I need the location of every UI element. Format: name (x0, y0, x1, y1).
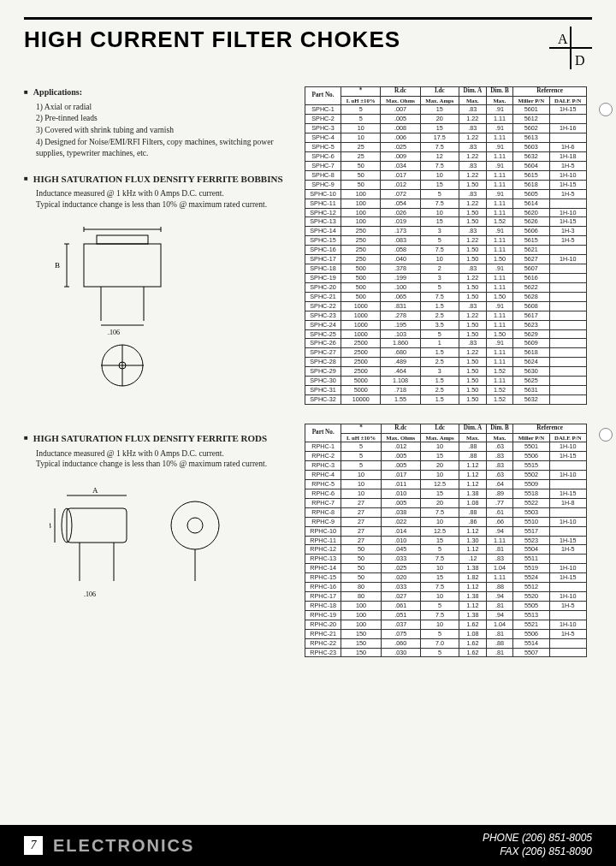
th-l: * (341, 87, 381, 97)
application-item: 1) Axial or radial (36, 102, 298, 113)
content-area: Applications: 1) Axial or radial 2) Pre-… (24, 86, 592, 657)
rods-table: Part No. * R.dc I.dc Dim. A Dim. B Refer… (305, 424, 587, 658)
application-item: 3) Covered with shrink tubing and varnis… (36, 125, 298, 136)
th-rdc: R.dc (381, 87, 420, 97)
table-row: SPHC-21500.0657.51.501.505628 (305, 292, 587, 301)
table-row: SPHC-20500.10051.501.115622 (305, 282, 587, 292)
table-row: RPHC-610.010151.38.8955181H-15 (305, 489, 587, 498)
table-row: SPHC-12100.026101.501.1156201H-10 (305, 208, 587, 217)
table-row: SPHC-850.017101.221.1156151H-10 (305, 170, 587, 180)
table-row: RPHC-22150.0607.01.62.885514 (305, 638, 587, 648)
table-row: RPHC-1250.04551.12.8155041H-5 (305, 545, 587, 555)
section-title: HIGH SATURATION FLUX DENSITY FERRITE BOB… (33, 173, 283, 186)
table-row: SPHC-950.012151.501.1156181H-15 (305, 180, 587, 189)
dim-a-label: A (120, 227, 126, 228)
applications-list: 1) Axial or radial 2) Pre-tinned leads 3… (36, 102, 298, 159)
applications-heading: Applications: (24, 86, 298, 98)
svg-rect-3 (97, 235, 148, 244)
svg-text:B: B (50, 521, 51, 530)
table-row: RPHC-410.017101.12.6355021H-10 (305, 471, 587, 480)
logo-d: D (575, 53, 585, 68)
table-row: SPHC-525.0257.5.83.9156031H-6 (305, 143, 587, 152)
table-row: RPHC-1127.010151.301.1155231H-15 (305, 536, 587, 545)
table-row: SPHC-16250.0587.51.501.115621 (305, 246, 587, 255)
left-column: Applications: 1) Axial or radial 2) Pre-… (24, 86, 298, 657)
svg-rect-17 (67, 508, 127, 543)
table-row: SPHC-14250.1733.83.9156061H-3 (305, 227, 587, 236)
datasheet-page: HIGH CURRENT FILTER CHOKES A D Applicati… (0, 0, 616, 866)
logo-a: A (558, 32, 568, 46)
section-title: HIGH SATURATION FLUX DENSITY FERRITE ROD… (33, 432, 267, 445)
footer-contact: PHONE (206) 851-8005 FAX (206) 851-8090 (483, 832, 592, 858)
fax-line: FAX (206) 851-8090 (483, 845, 592, 859)
table-row: SPHC-32100001.551.51.501.525632 (305, 394, 587, 404)
table-row: SPHC-10100.0725.83.9156051H-5 (305, 189, 587, 199)
lead-dim: .106 (108, 329, 120, 336)
table-row: RPHC-18100.06151.12.8155051H-5 (305, 601, 587, 610)
svg-text:A: A (92, 487, 98, 495)
header: HIGH CURRENT FILTER CHOKES A D (24, 27, 592, 69)
table-row: SPHC-282500.4892.51.501.115624 (305, 358, 587, 367)
table-row: RPHC-25.00515.88.8355061H-15 (305, 452, 587, 461)
table-row: SPHC-272500.6801.51.221.115618 (305, 348, 587, 358)
page-title: HIGH CURRENT FILTER CHOKES (24, 27, 400, 53)
table-row: RPHC-23150.03051.62.815507 (305, 648, 587, 657)
table-row: SPHC-410.00617.51.221.115613 (305, 133, 587, 143)
table-row: RPHC-827.0387.5.88.615503 (305, 507, 587, 517)
th-part: Part No. (305, 87, 341, 105)
table-row: SPHC-251000.10351.501.505629 (305, 329, 587, 339)
table-row: RPHC-21150.07551.08.8155061H-5 (305, 629, 587, 638)
table-row: RPHC-927.02210.86.6655101H-10 (305, 517, 587, 526)
hole-punch-icon (599, 103, 613, 116)
table-row: SPHC-221000.8311.5.83.915608 (305, 301, 587, 311)
table-row: RPHC-727.005201.08.7755221H-8 (305, 498, 587, 507)
table-row: RPHC-1680.0337.51.12.885512 (305, 583, 587, 592)
table-row: SPHC-750.0347.5.83.9156041H-5 (305, 161, 587, 170)
phone-line: PHONE (206) 851-8005 (483, 832, 592, 845)
table-row: RPHC-1350.0337.5.12.835511 (305, 555, 587, 564)
table-row: RPHC-510.01112.51.12.645509 (305, 479, 587, 489)
bobbins-section: HIGH SATURATION FLUX DENSITY FERRITE BOB… (24, 173, 298, 390)
table-row: SPHC-625.009121.221.1156321H-18 (305, 152, 587, 162)
table-row: SPHC-17250.040101.501.5056271H-10 (305, 255, 587, 264)
hole-punch-icon (599, 428, 613, 442)
table-row: RPHC-1550.020151.821.1155241H-15 (305, 573, 587, 583)
th-idc: I.dc (420, 87, 459, 97)
bobbins-table: Part No. * R.dc I.dc Dim. A Dim. B Refer… (305, 86, 587, 405)
table-row: RPHC-19100.0517.51.38.945513 (305, 610, 587, 620)
section-sub: Inductance measured @ 1 kHz with 0 Amps … (36, 188, 298, 199)
section-sub: Typical inductance change is less than 1… (36, 459, 298, 469)
table-row: SPHC-310.00815.83.9156021H-16 (305, 124, 587, 133)
rod-drawing: .106 B A (50, 487, 298, 607)
table-row: SPHC-25.005201.221.115612 (305, 115, 587, 124)
th-ref: Reference (513, 87, 587, 97)
bobbin-drawing: A B .106 (50, 227, 298, 389)
th-dimB: Dim. B (486, 87, 513, 97)
table-row: SPHC-18500.3782.83.915607 (305, 264, 587, 274)
table-row: SPHC-3050001.1081.51.501.115625 (305, 377, 587, 386)
table-row: SPHC-15.00715.83.9156011H-15 (305, 105, 587, 115)
application-item: 2) Pre-tinned leads (36, 113, 298, 124)
svg-point-24 (171, 501, 219, 549)
table-row: SPHC-13100.019151.501.5256261H-15 (305, 217, 587, 227)
table-row: RPHC-1780.027101.38.9455201H-10 (305, 592, 587, 602)
table-row: SPHC-15250.08351.221.1156151H-5 (305, 236, 587, 246)
table-row: RPHC-1450.025101.381.0455191H-10 (305, 564, 587, 573)
svg-text:.106: .106 (84, 590, 96, 598)
page-number: 7 (24, 836, 43, 855)
th-dimA: Dim. A (459, 87, 487, 97)
svg-rect-2 (84, 244, 161, 287)
ad-logo: A D (549, 27, 592, 69)
page-footer: 7 ELECTRONICS PHONE (206) 851-8005 FAX (… (0, 825, 616, 866)
table-row: SPHC-241000.1953.51.501.115623 (305, 320, 587, 329)
top-rule (24, 17, 592, 20)
section-sub: Inductance measured @ 1 kHz with 0 Amps … (36, 448, 298, 459)
table-row: SPHC-292500.46431.501.525630 (305, 367, 587, 377)
right-column: Part No. * R.dc I.dc Dim. A Dim. B Refer… (305, 86, 587, 657)
table-row: SPHC-315000.7182.51.501.525631 (305, 386, 587, 395)
application-item: 4) Designed for Noise/EMI/RFI Filters, c… (36, 137, 298, 159)
section-sub: Typical inductance change is less than 1… (36, 199, 298, 210)
footer-brand: ELECTRONICS (53, 836, 194, 856)
table-row: RPHC-35.005201.12.835515 (305, 461, 587, 471)
table-row: RPHC-20100.037101.621.0455211H-10 (305, 620, 587, 629)
